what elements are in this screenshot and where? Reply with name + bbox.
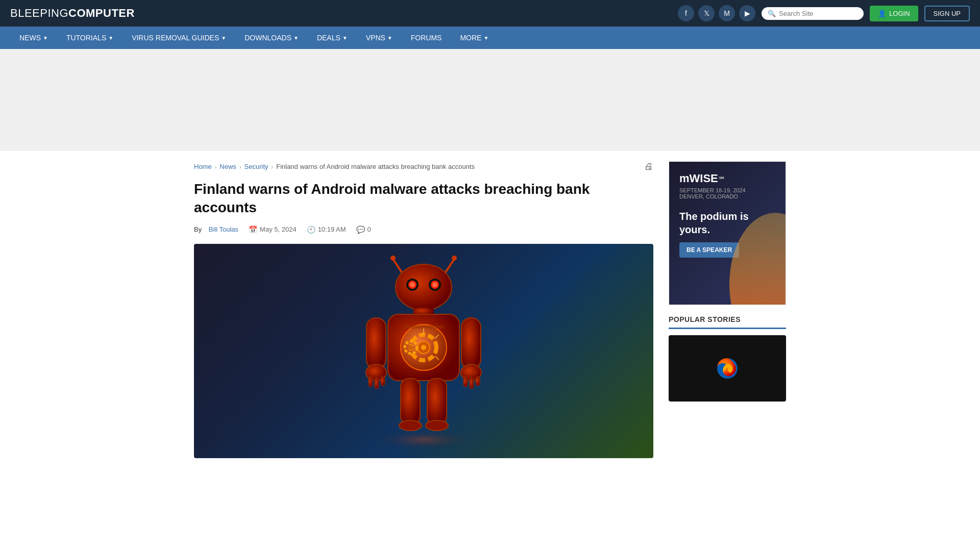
logo-bold: COMPUTER (68, 7, 135, 19)
nav-more-label: MORE (460, 34, 481, 42)
nav-vpns-caret: ▼ (387, 35, 393, 41)
nav-virus-label: VIRUS REMOVAL GUIDES (132, 34, 219, 42)
site-header: BLEEPINGCOMPUTER f 𝕏 M ▶ 🔍 👤 LOGIN SIGN … (0, 0, 980, 27)
svg-rect-34 (427, 379, 447, 424)
sidebar-ad: mWISE℠ SEPTEMBER 18-19, 2024 DENVER, COL… (669, 161, 786, 305)
svg-rect-37 (403, 325, 444, 329)
nav-tutorials-caret: ▼ (108, 35, 113, 41)
mastodon-icon[interactable]: M (719, 5, 735, 21)
article-date: 📅 May 5, 2024 (249, 226, 297, 234)
search-input[interactable] (779, 10, 857, 17)
article-time: 🕙 10:19 AM (307, 226, 346, 234)
svg-point-36 (426, 420, 448, 431)
facebook-icon[interactable]: f (678, 5, 694, 21)
svg-point-35 (399, 420, 422, 431)
popular-stories-title: POPULAR STORIES (669, 315, 786, 329)
svg-point-5 (396, 264, 452, 310)
nav-virus-caret: ▼ (221, 35, 226, 41)
comment-icon: 💬 (356, 226, 365, 234)
twitter-icon[interactable]: 𝕏 (698, 5, 715, 21)
svg-rect-31 (470, 378, 474, 389)
social-icons: f 𝕏 M ▶ (678, 5, 755, 21)
nav-forums[interactable]: FORUMS (402, 27, 451, 49)
login-label: LOGIN (889, 10, 910, 17)
nav-deals-label: DEALS (317, 34, 340, 42)
nav-news-label: NEWS (19, 34, 41, 42)
breadcrumb-home[interactable]: Home (194, 163, 212, 170)
article-comments[interactable]: 💬 0 (356, 226, 371, 234)
signup-button[interactable]: SIGN UP (924, 6, 970, 21)
by-label: By (194, 226, 202, 233)
article-author: By Bill Toulas (194, 226, 238, 233)
android-robot-svg (352, 254, 495, 448)
svg-rect-30 (463, 377, 468, 387)
calendar-icon: 📅 (249, 226, 257, 234)
author-link[interactable]: Bill Toulas (209, 226, 238, 233)
svg-rect-25 (369, 377, 373, 387)
search-box: 🔍 (762, 7, 864, 20)
date-value: May 5, 2024 (260, 226, 297, 233)
svg-point-19 (408, 345, 413, 350)
site-logo[interactable]: BLEEPINGCOMPUTER (10, 7, 135, 20)
nav-more-caret: ▼ (483, 35, 488, 41)
nav-news[interactable]: NEWS ▼ (10, 27, 57, 49)
svg-point-11 (432, 282, 437, 287)
signup-label: SIGN UP (934, 10, 961, 17)
svg-point-4 (452, 256, 457, 261)
nav-virus-removal[interactable]: VIRUS REMOVAL GUIDES ▼ (122, 27, 235, 49)
time-value: 10:19 AM (318, 226, 346, 233)
ad-figure (724, 192, 786, 305)
login-button[interactable]: 👤 LOGIN (870, 6, 918, 21)
search-icon: 🔍 (768, 10, 776, 17)
article-section: Home › News › Security › Finland warns o… (194, 161, 653, 458)
nav-vpns-label: VPNS (366, 34, 385, 42)
user-icon: 👤 (878, 10, 886, 17)
popular-story-image[interactable] (669, 335, 786, 402)
nav-downloads-label: DOWNLOADS (244, 34, 291, 42)
article-meta: By Bill Toulas 📅 May 5, 2024 🕙 10:19 AM … (194, 226, 653, 234)
svg-rect-28 (461, 318, 481, 369)
breadcrumb-news[interactable]: News (219, 163, 236, 170)
ad-inner: mWISE℠ SEPTEMBER 18-19, 2024 DENVER, COL… (669, 162, 786, 305)
ad-banner (0, 49, 980, 151)
main-content: Home › News › Security › Finland warns o… (184, 151, 796, 468)
print-icon[interactable]: 🖨 (644, 161, 653, 172)
firefox-logo-svg (712, 353, 743, 384)
nav-tutorials-label: TUTORIALS (66, 34, 106, 42)
sidebar: mWISE℠ SEPTEMBER 18-19, 2024 DENVER, COL… (669, 161, 786, 458)
youtube-icon[interactable]: ▶ (739, 5, 755, 21)
ad-logo: mWISE℠ (679, 172, 775, 185)
clock-icon: 🕙 (307, 226, 315, 234)
nav-vpns[interactable]: VPNS ▼ (357, 27, 402, 49)
breadcrumb-sep-1: › (215, 164, 217, 170)
popular-stories: POPULAR STORIES (669, 315, 786, 402)
nav-news-caret: ▼ (43, 35, 48, 41)
breadcrumb-sep-3: › (272, 164, 274, 170)
svg-point-17 (421, 345, 426, 350)
breadcrumb-security[interactable]: Security (244, 163, 268, 170)
nav-deals-caret: ▼ (342, 35, 348, 41)
article-image (194, 244, 653, 458)
comments-value: 0 (368, 226, 371, 233)
svg-rect-33 (401, 379, 420, 424)
nav-tutorials[interactable]: TUTORIALS ▼ (57, 27, 122, 49)
svg-point-38 (729, 213, 786, 305)
svg-point-8 (410, 282, 415, 287)
breadcrumb-current: Finland warns of Android malware attacks… (276, 163, 475, 170)
breadcrumb-sep-2: › (239, 164, 241, 170)
nav-more[interactable]: MORE ▼ (451, 27, 498, 49)
breadcrumb: Home › News › Security › Finland warns o… (194, 161, 653, 172)
svg-rect-26 (375, 378, 379, 389)
svg-point-2 (390, 256, 396, 261)
header-right: f 𝕏 M ▶ 🔍 👤 LOGIN SIGN UP (678, 5, 970, 21)
svg-rect-27 (381, 377, 385, 386)
nav-bar: NEWS ▼ TUTORIALS ▼ VIRUS REMOVAL GUIDES … (0, 27, 980, 49)
svg-rect-23 (366, 318, 386, 369)
nav-forums-label: FORUMS (411, 34, 442, 42)
logo-light: BLEEPING (10, 7, 68, 19)
nav-downloads-caret: ▼ (293, 35, 299, 41)
nav-deals[interactable]: DEALS ▼ (308, 27, 357, 49)
article-title: Finland warns of Android malware attacks… (194, 180, 653, 217)
nav-downloads[interactable]: DOWNLOADS ▼ (235, 27, 308, 49)
svg-rect-32 (476, 377, 480, 386)
